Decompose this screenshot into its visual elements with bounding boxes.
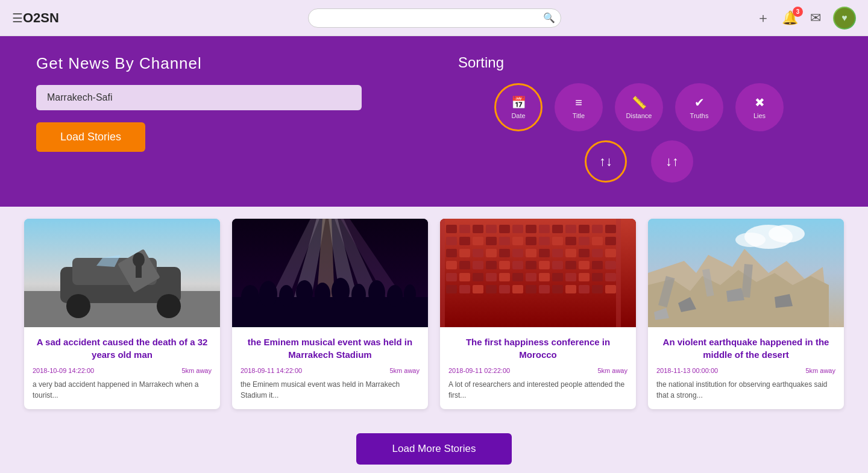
card-meta-3: 2018-09-11 02:22:00 5km away: [448, 367, 627, 374]
list-icon: ≡: [575, 96, 582, 110]
svg-rect-69: [605, 249, 616, 257]
load-more-section: Load More Stories: [0, 421, 868, 473]
svg-rect-39: [552, 225, 563, 233]
svg-rect-95: [605, 273, 616, 281]
svg-rect-78: [552, 261, 563, 269]
sorting-title: Sorting: [458, 54, 504, 71]
story-card-4[interactable]: An violent earthquake happened in the mi…: [648, 219, 844, 409]
story-card-3[interactable]: The first happiness conference in Morocc…: [440, 219, 636, 409]
card-date-2: 2018-09-11 14:22:00: [241, 367, 302, 374]
sort-desc-icon: ↓↑: [665, 154, 679, 169]
sort-asc-icon: ↑↓: [599, 154, 612, 169]
svg-rect-80: [579, 261, 590, 269]
card-distance-2: 5km away: [389, 367, 420, 374]
sort-desc-button[interactable]: ↓↑: [651, 140, 693, 183]
svg-rect-72: [473, 261, 483, 269]
svg-rect-61: [499, 249, 510, 257]
ruler-icon: 📏: [632, 95, 647, 110]
channel-input[interactable]: [36, 85, 362, 110]
svg-point-114: [735, 233, 766, 247]
stories-grid: A sad accident caused the death of a 32 …: [0, 207, 868, 421]
svg-rect-71: [459, 261, 470, 269]
svg-rect-105: [565, 285, 576, 293]
mail-icon: ✉: [810, 10, 821, 25]
card-body-3: The first happiness conference in Morocc…: [440, 327, 636, 409]
sort-lies-button[interactable]: ✖ Lies: [735, 83, 784, 131]
card-image-1: [24, 219, 220, 327]
svg-rect-64: [539, 249, 550, 257]
avatar[interactable]: ♥: [833, 7, 856, 30]
svg-rect-84: [459, 273, 470, 281]
logo: O2SN: [23, 10, 59, 26]
svg-rect-82: [605, 261, 616, 269]
check-icon: ✔: [694, 95, 705, 110]
svg-rect-66: [565, 249, 576, 257]
story-card-2[interactable]: the Eminem musical event was held in Mar…: [232, 219, 428, 409]
card-title-4: An violent earthquake happened in the mi…: [656, 336, 835, 361]
svg-rect-41: [579, 225, 590, 233]
svg-rect-62: [512, 249, 523, 257]
sort-asc-button[interactable]: ↑↓: [585, 140, 627, 183]
sort-distance-label: Distance: [626, 112, 652, 119]
svg-rect-96: [446, 285, 457, 293]
sort-direction-row: ↑↓ ↓↑: [579, 140, 699, 183]
svg-rect-92: [565, 273, 576, 281]
svg-rect-94: [592, 273, 603, 281]
svg-rect-55: [592, 237, 603, 245]
search-button[interactable]: 🔍: [543, 8, 555, 28]
card-desc-1: a very bad accident happened in Marrakec…: [33, 379, 212, 401]
svg-rect-38: [539, 225, 550, 233]
svg-rect-43: [605, 225, 616, 233]
svg-point-21: [296, 280, 313, 304]
svg-rect-81: [592, 261, 603, 269]
svg-rect-87: [499, 273, 510, 281]
card-title-1: A sad accident caused the death of a 32 …: [33, 336, 212, 361]
sort-date-button[interactable]: 📅 Date: [494, 83, 542, 131]
svg-rect-91: [552, 273, 563, 281]
search-input[interactable]: [308, 8, 561, 28]
svg-rect-34: [486, 225, 497, 233]
load-more-button[interactable]: Load More Stories: [356, 433, 512, 465]
load-stories-button[interactable]: Load Stories: [36, 122, 145, 152]
svg-rect-88: [512, 273, 523, 281]
svg-rect-48: [499, 237, 510, 245]
sort-truths-button[interactable]: ✔ Truths: [675, 83, 723, 131]
svg-point-5: [157, 294, 181, 318]
sort-title-button[interactable]: ≡ Title: [555, 83, 603, 131]
svg-rect-79: [565, 261, 576, 269]
card-body-2: the Eminem musical event was held in Mar…: [232, 327, 428, 409]
menu-button[interactable]: ☰: [12, 11, 23, 25]
svg-point-8: [133, 252, 145, 267]
card-meta-2: 2018-09-11 14:22:00 5km away: [241, 367, 420, 374]
notifications-button[interactable]: 🔔 3: [782, 10, 798, 26]
messages-button[interactable]: ✉: [810, 10, 821, 26]
sort-distance-button[interactable]: 📏 Distance: [615, 83, 663, 131]
svg-rect-98: [473, 285, 483, 293]
card-body-1: A sad accident caused the death of a 32 …: [24, 327, 220, 409]
svg-point-27: [404, 284, 416, 304]
svg-rect-56: [605, 237, 616, 245]
svg-point-113: [769, 225, 805, 243]
svg-rect-51: [539, 237, 550, 245]
svg-rect-100: [499, 285, 510, 293]
search-icon: 🔍: [543, 13, 555, 23]
card-image-2: [232, 219, 428, 327]
card-distance-1: 5km away: [181, 367, 212, 374]
svg-point-20: [279, 285, 294, 307]
svg-rect-9: [136, 266, 142, 278]
svg-rect-65: [552, 249, 563, 257]
calendar-icon: 📅: [511, 95, 526, 110]
svg-rect-37: [526, 225, 536, 233]
svg-rect-44: [446, 237, 457, 245]
story-card-1[interactable]: A sad accident caused the death of a 32 …: [24, 219, 220, 409]
card-distance-3: 5km away: [597, 367, 627, 374]
search-container: 🔍: [143, 8, 720, 28]
card-image-4: [648, 219, 844, 327]
add-button[interactable]: ＋: [756, 9, 770, 27]
svg-rect-58: [459, 249, 470, 257]
avatar-inner: ♥: [834, 8, 855, 28]
sorting-section: Sorting 📅 Date ≡ Title 📏 Distance ✔ Trut…: [446, 54, 832, 183]
svg-point-18: [241, 285, 259, 309]
sort-options-row: 📅 Date ≡ Title 📏 Distance ✔ Truths ✖ Lie…: [494, 83, 784, 131]
svg-rect-33: [473, 225, 483, 233]
